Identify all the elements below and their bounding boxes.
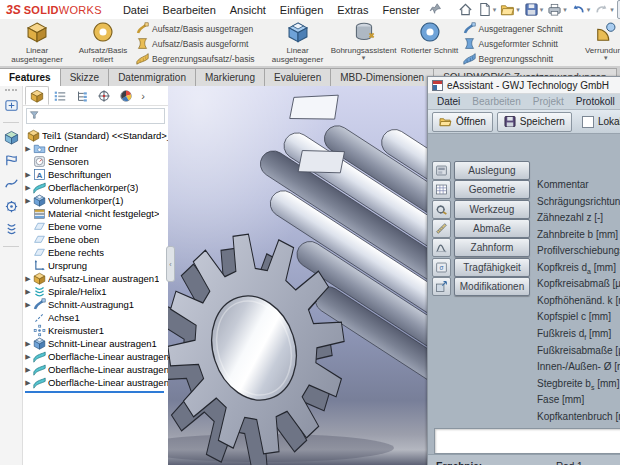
part-box-icon[interactable] xyxy=(4,98,19,115)
expand-arrow[interactable]: ▶ xyxy=(23,171,33,179)
nav-design-icon[interactable] xyxy=(432,161,451,180)
ribbon-button[interactable]: Verrundung▾ xyxy=(574,21,620,61)
menu-ansicht[interactable]: Ansicht xyxy=(223,4,273,16)
print-button[interactable]: ▾ xyxy=(546,1,568,18)
nav-tool-icon[interactable] xyxy=(432,200,451,219)
tree-item[interactable]: Teil1 (Standard) <<Standard>_Anzeige xyxy=(23,129,168,142)
nav-button-werkzeug[interactable]: Werkzeug xyxy=(454,200,530,219)
expand-arrow[interactable]: ▶ xyxy=(23,184,33,192)
undo-button[interactable]: ▾ xyxy=(570,1,592,18)
new-document-button[interactable]: ▾ xyxy=(476,1,498,18)
open-button[interactable]: ▾ xyxy=(499,1,521,18)
ribbon-dropdown-arrow[interactable]: ▾ xyxy=(604,55,608,61)
redo-dropdown-arrow[interactable]: ▾ xyxy=(610,6,614,14)
menu-extras[interactable]: Extras xyxy=(330,4,375,16)
tree-item[interactable]: Achse1 xyxy=(23,311,168,324)
save-button[interactable]: Speichern xyxy=(497,112,572,132)
ribbon-button[interactable]: Ausgetragener Schnitt xyxy=(463,22,563,36)
displaymanager-tab[interactable] xyxy=(115,87,137,104)
nav-button-modifikationen[interactable]: Modifikationen xyxy=(454,277,530,296)
tab-datenmigration[interactable]: Datenmigration xyxy=(108,68,196,86)
menu-fenster[interactable]: Fenster xyxy=(375,4,426,16)
new-document-dropdown-arrow[interactable]: ▾ xyxy=(493,6,497,14)
spline-icon[interactable] xyxy=(4,176,19,193)
tree-item[interactable]: ▶Aufsatz-Linear austragen1 xyxy=(23,272,168,285)
tree-item[interactable]: ▶Oberfläche-Linear austragen2 xyxy=(23,363,168,376)
tree-item[interactable]: Material <nicht festgelegt> xyxy=(23,207,168,220)
tab-evaluieren[interactable]: Evaluieren xyxy=(264,68,331,86)
tree-item[interactable]: ▶ABeschriftungen xyxy=(23,168,168,181)
gear-blank-icon[interactable] xyxy=(4,199,19,216)
nav-button-zahnform[interactable]: Zahnform xyxy=(454,238,530,257)
expand-arrow[interactable]: ▶ xyxy=(23,340,33,348)
menu-einfügen[interactable]: Einfügen xyxy=(273,4,330,16)
ribbon-button[interactable]: Bohrungsassistent▾ xyxy=(332,21,396,61)
ribbon-button[interactable]: Begrenzungsaufsatz/-basis xyxy=(136,52,255,66)
expand-arrow[interactable]: ▶ xyxy=(23,145,33,153)
eassistant-title-bar[interactable]: eAssistant - GWJ Technology GmbH xyxy=(428,77,620,94)
tab-markierung[interactable]: Markierung xyxy=(195,68,265,86)
lokal-checkbox[interactable] xyxy=(582,116,594,128)
open-dropdown-arrow[interactable]: ▾ xyxy=(516,6,520,14)
tree-item[interactable]: Kreismuster1 xyxy=(23,324,168,337)
nav-modifications-icon[interactable] xyxy=(432,277,451,296)
manager-tabs-expand[interactable]: › xyxy=(137,87,149,104)
tab-skizze[interactable]: Skizze xyxy=(60,68,109,86)
tree-item[interactable]: Sensoren xyxy=(23,155,168,168)
nav-button-abma-e[interactable]: Abmaße xyxy=(454,219,530,238)
expand-arrow[interactable]: ▶ xyxy=(23,288,33,296)
ribbon-button[interactable]: Aufsatz/Basis rotiert xyxy=(71,21,135,64)
tree-item[interactable]: ▶Schnitt-Linear austragen1 xyxy=(23,337,168,350)
menu-datei[interactable]: Datei xyxy=(116,4,156,16)
print-dropdown-arrow[interactable]: ▾ xyxy=(563,6,567,14)
undo-dropdown-arrow[interactable]: ▾ xyxy=(587,6,591,14)
nav-toothform-icon[interactable] xyxy=(432,238,451,257)
redo-button[interactable]: ▾ xyxy=(593,1,615,18)
expand-arrow[interactable]: ▶ xyxy=(23,275,33,283)
nav-button-tragf-higkeit[interactable]: Tragfähigkeit xyxy=(454,258,530,277)
ribbon-button[interactable]: Begrenzungsschnitt xyxy=(463,52,563,66)
surface-flag-icon[interactable] xyxy=(4,153,19,170)
rollback-bar[interactable] xyxy=(25,391,164,393)
spring-icon[interactable] xyxy=(4,222,19,239)
ribbon-button[interactable]: Rotierter Schnitt xyxy=(398,21,462,55)
eassistant-menu-protokoll[interactable]: Protokoll xyxy=(570,96,620,107)
nav-button-geometrie[interactable]: Geometrie xyxy=(454,180,530,199)
tree-item[interactable]: Ebene rechts xyxy=(23,246,168,259)
eassistant-menu-datei[interactable]: Datei xyxy=(431,96,466,107)
expand-arrow[interactable]: ▶ xyxy=(23,197,33,205)
expand-arrow[interactable]: ▶ xyxy=(23,353,33,361)
home-button[interactable] xyxy=(457,1,474,18)
toolbar-drag-grip[interactable] xyxy=(5,89,17,91)
save-button[interactable]: ▾ xyxy=(523,1,545,18)
save-dropdown-arrow[interactable]: ▾ xyxy=(540,6,544,14)
graphics-viewport[interactable] xyxy=(168,86,430,465)
tree-item[interactable]: ▶Spirale/Helix1 xyxy=(23,285,168,298)
open-button[interactable]: Öffnen xyxy=(432,112,493,132)
panel-splitter-grip[interactable]: ‹ xyxy=(166,246,175,282)
ribbon-dropdown-arrow[interactable]: ▾ xyxy=(362,55,366,61)
tree-item[interactable]: ▶Schnitt-Austragung1 xyxy=(23,298,168,311)
ribbon-button[interactable]: Aufsatz/Basis ausgeformt xyxy=(136,37,255,51)
pin-icon[interactable] xyxy=(429,2,442,17)
tree-item[interactable]: ▶Volumenkörper(1) xyxy=(23,194,168,207)
expand-arrow[interactable]: ▶ xyxy=(23,379,33,387)
tree-item[interactable]: ▶Oberfläche-Linear austragen3 xyxy=(23,376,168,389)
tab-features[interactable]: Features xyxy=(0,68,61,86)
ribbon-button[interactable]: Ausgeformter Schnitt xyxy=(463,37,563,51)
tree-item[interactable]: ▶Ordner xyxy=(23,142,168,155)
tab-mbd-dimensionen[interactable]: MBD-Dimensionen xyxy=(330,68,434,86)
expand-arrow[interactable]: ▶ xyxy=(23,366,33,374)
solid-cube-icon[interactable] xyxy=(4,130,19,147)
result-listbox[interactable] xyxy=(434,428,620,454)
ribbon-button[interactable]: Aufsatz/Basis ausgetragen xyxy=(136,22,255,36)
tree-item[interactable]: Ebene vorne xyxy=(23,220,168,233)
expand-arrow[interactable]: ▶ xyxy=(23,301,33,309)
nav-loadcapacity-icon[interactable]: σ xyxy=(432,258,451,277)
nav-geometry-icon[interactable] xyxy=(432,180,451,199)
tree-item[interactable]: Ursprung xyxy=(23,259,168,272)
tree-filter-input[interactable] xyxy=(26,108,165,124)
dimxpert-tab[interactable] xyxy=(93,87,115,104)
tree-item[interactable]: ▶Oberfläche-Linear austragen1 xyxy=(23,350,168,363)
menu-bearbeiten[interactable]: Bearbeiten xyxy=(156,4,223,16)
